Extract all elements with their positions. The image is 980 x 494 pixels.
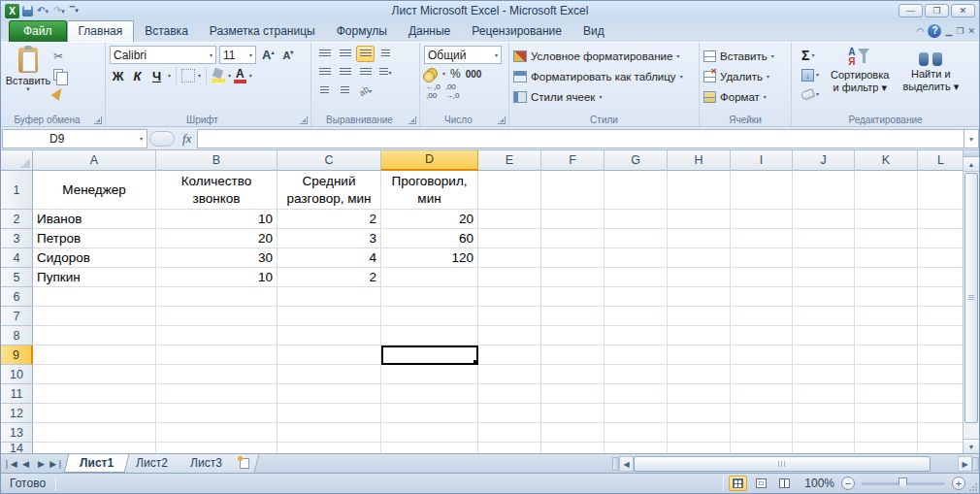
zoom-out-button[interactable]: − bbox=[841, 477, 855, 490]
cell-L13[interactable] bbox=[918, 423, 963, 443]
cell-A2[interactable]: Иванов bbox=[33, 210, 156, 229]
minimize-button[interactable]: — bbox=[898, 4, 923, 17]
conditional-formatting-button[interactable]: Условное форматирование▾ bbox=[513, 46, 695, 66]
row-header-10[interactable]: 10 bbox=[1, 365, 33, 384]
decrease-indent-icon[interactable] bbox=[315, 82, 334, 99]
italic-button[interactable]: К bbox=[129, 69, 146, 83]
cell-H10[interactable] bbox=[668, 365, 731, 384]
cell-G3[interactable] bbox=[604, 229, 668, 248]
cell-F4[interactable] bbox=[541, 248, 604, 268]
shrink-font-icon[interactable]: A▾ bbox=[279, 49, 296, 61]
column-header-D[interactable]: D bbox=[381, 150, 478, 171]
percent-style-button[interactable]: % bbox=[450, 67, 461, 81]
ribbon-tab-Разметка страницы[interactable]: Разметка страницы bbox=[199, 21, 326, 42]
cell-G12[interactable] bbox=[604, 404, 668, 423]
cell-B1[interactable]: Количество звонков bbox=[156, 171, 278, 210]
cell-D10[interactable] bbox=[381, 365, 478, 384]
zoom-slider[interactable] bbox=[862, 482, 945, 485]
maximize-button[interactable]: ❐ bbox=[925, 4, 949, 17]
name-box[interactable]: D9▾ bbox=[2, 129, 147, 148]
cell-K6[interactable] bbox=[855, 287, 918, 307]
cell-B9[interactable] bbox=[156, 346, 278, 365]
cell-K5[interactable] bbox=[855, 268, 918, 287]
cell-C3[interactable]: 3 bbox=[278, 229, 381, 248]
minimize-ribbon-icon[interactable]: ◠ bbox=[917, 26, 925, 36]
vertical-scroll-thumb[interactable] bbox=[964, 173, 978, 423]
cell-K8[interactable] bbox=[855, 326, 918, 346]
close-button[interactable]: ✕ bbox=[951, 4, 975, 17]
cell-H12[interactable] bbox=[668, 404, 731, 423]
page-break-view-button[interactable] bbox=[775, 476, 794, 491]
cell-K7[interactable] bbox=[855, 307, 918, 326]
row-header-13[interactable]: 13 bbox=[1, 423, 33, 443]
cell-K4[interactable] bbox=[855, 248, 918, 268]
workbook-restore-icon[interactable]: ❐ bbox=[956, 26, 964, 36]
cell-J13[interactable] bbox=[793, 423, 855, 443]
cell-F12[interactable] bbox=[541, 404, 604, 423]
cell-D1[interactable]: Проговорил, мин bbox=[381, 171, 478, 210]
cell-A7[interactable] bbox=[33, 307, 156, 326]
fill-button[interactable]: ↓▾ bbox=[800, 66, 821, 83]
sheet-tab-Лист1[interactable]: Лист1 bbox=[64, 454, 130, 473]
insert-cells-button[interactable]: Вставить▾ bbox=[703, 46, 787, 66]
cell-K13[interactable] bbox=[855, 423, 918, 443]
cell-I3[interactable] bbox=[731, 229, 793, 248]
cell-L14[interactable] bbox=[918, 443, 963, 453]
number-format-select[interactable]: Общий▾ bbox=[424, 46, 502, 64]
cell-J10[interactable] bbox=[793, 365, 855, 384]
cell-E8[interactable] bbox=[478, 326, 541, 346]
cell-E4[interactable] bbox=[478, 248, 541, 268]
font-name-select[interactable]: Calibri▾ bbox=[110, 46, 216, 64]
cell-A12[interactable] bbox=[33, 404, 156, 423]
paste-button[interactable]: Вставить ▼ bbox=[5, 46, 51, 113]
cell-J14[interactable] bbox=[793, 443, 855, 453]
tab-split-handle[interactable] bbox=[612, 457, 619, 471]
ribbon-tab-Формулы[interactable]: Формулы bbox=[326, 21, 398, 42]
vertical-scrollbar[interactable]: ▲ ▼ bbox=[963, 150, 979, 453]
increase-decimal-icon[interactable]: ←,0 ,00 bbox=[426, 83, 441, 101]
cell-B8[interactable] bbox=[156, 326, 278, 346]
cell-K11[interactable] bbox=[855, 384, 918, 404]
cell-G11[interactable] bbox=[604, 384, 668, 404]
wrap-text-icon[interactable] bbox=[376, 46, 395, 62]
vertical-split-handle[interactable] bbox=[964, 150, 979, 157]
cell-L5[interactable] bbox=[918, 268, 963, 287]
cell-C6[interactable] bbox=[278, 287, 381, 307]
cell-L8[interactable] bbox=[918, 326, 963, 346]
cell-C10[interactable] bbox=[278, 365, 381, 384]
find-select-button[interactable]: Найти и выделить ▾ bbox=[898, 46, 963, 113]
cell-E2[interactable] bbox=[478, 210, 541, 229]
align-left-icon[interactable] bbox=[315, 64, 334, 81]
insert-function-button[interactable]: fx bbox=[177, 131, 197, 147]
align-center-icon[interactable] bbox=[336, 64, 354, 81]
cell-H2[interactable] bbox=[668, 210, 731, 229]
cell-G6[interactable] bbox=[604, 287, 668, 307]
cell-G14[interactable] bbox=[604, 443, 668, 453]
cell-E12[interactable] bbox=[478, 404, 541, 423]
cell-F9[interactable] bbox=[541, 346, 604, 365]
cell-L7[interactable] bbox=[918, 307, 963, 326]
delete-cells-button[interactable]: Удалить▾ bbox=[703, 66, 787, 86]
scroll-right-icon[interactable]: ▶ bbox=[958, 456, 972, 472]
sheet-tab-Лист3[interactable]: Лист3 bbox=[175, 454, 237, 473]
cell-D3[interactable]: 60 bbox=[381, 229, 478, 248]
cell-B6[interactable] bbox=[156, 287, 278, 307]
borders-icon[interactable] bbox=[181, 69, 195, 82]
cell-L2[interactable] bbox=[918, 210, 963, 229]
select-all-corner[interactable] bbox=[1, 150, 33, 171]
horizontal-scroll-thumb[interactable] bbox=[634, 456, 931, 472]
cell-B5[interactable]: 10 bbox=[156, 268, 278, 287]
row-header-14[interactable]: 14 bbox=[1, 443, 33, 453]
cell-D7[interactable] bbox=[381, 307, 478, 326]
cell-G4[interactable] bbox=[604, 248, 668, 268]
autosum-button[interactable]: Σ▾ bbox=[800, 47, 821, 64]
number-dialog-launcher[interactable] bbox=[498, 116, 506, 124]
cell-A14[interactable] bbox=[33, 443, 156, 453]
increase-indent-icon[interactable] bbox=[336, 82, 354, 99]
align-middle-icon[interactable] bbox=[336, 46, 354, 62]
alignment-dialog-launcher[interactable] bbox=[408, 116, 416, 124]
cell-C9[interactable] bbox=[278, 346, 381, 365]
format-painter-button[interactable] bbox=[51, 84, 70, 102]
resize-grip[interactable] bbox=[968, 482, 978, 492]
cell-A1[interactable]: Менеджер bbox=[33, 171, 156, 210]
